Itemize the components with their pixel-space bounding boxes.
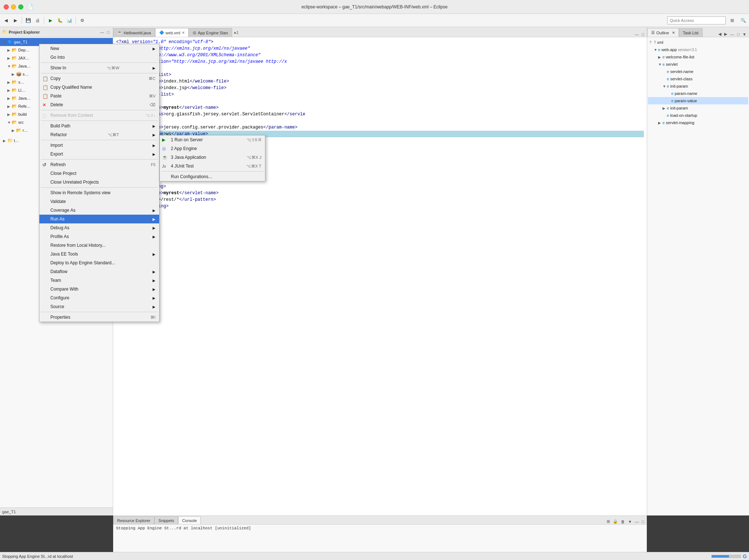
menu-item-restore-local[interactable]: Restore from Local History... <box>39 241 159 250</box>
outline-item-label: servlet-mapping <box>666 120 694 125</box>
tab-overflow[interactable]: ▸1 <box>232 28 241 37</box>
submenu-item-app-engine[interactable]: ◎ 2 App Engine <box>160 144 265 153</box>
save-button[interactable]: 💾 <box>24 16 32 25</box>
outline-menu-button[interactable]: ▼ <box>741 32 748 37</box>
scroll-lock-button[interactable]: 🔒 <box>612 519 619 524</box>
tab-webxml[interactable]: 🔷 web.xml ✕ <box>155 28 189 37</box>
menu-item-build-path[interactable]: Build Path ▶ <box>39 122 159 130</box>
outline-init-param2[interactable]: ▶ e init-param <box>648 104 748 112</box>
profile-button[interactable]: 📊 <box>65 16 74 25</box>
tab-outline[interactable]: ☰ Outline ✕ <box>647 28 679 37</box>
menu-item-dataflow[interactable]: Dataflow ▶ <box>39 267 159 276</box>
debug-button[interactable]: 🐛 <box>55 16 64 25</box>
menu-item-delete[interactable]: ✕ Delete ⌫ <box>39 100 159 109</box>
menu-item-refactor[interactable]: Refactor ⌥⌘T ▶ <box>39 130 159 139</box>
outline-param-name[interactable]: e param-name <box>648 90 748 97</box>
tree-item-label: s… <box>18 80 24 84</box>
menu-item-copy-qualified[interactable]: 📋 Copy Qualified Name <box>39 83 159 92</box>
print-button[interactable]: 🖨 <box>33 16 42 25</box>
menu-item-configure[interactable]: Configure ▶ <box>39 294 159 302</box>
tab-task-list[interactable]: Task List <box>679 28 703 37</box>
arrow-right-icon: ▶ <box>153 47 155 51</box>
menu-item-close-unrelated[interactable]: Close Unrelated Projects <box>39 178 159 187</box>
outline-item-label: init-param <box>670 84 688 88</box>
submenu-item-run-on-server[interactable]: ▶ 1 Run on Server ⌥⇧X R <box>160 135 265 144</box>
minimize-editor-button[interactable]: — <box>634 32 640 37</box>
maximize-panel-button[interactable]: □ <box>106 30 111 35</box>
xml-line: <init-param> <box>116 118 644 124</box>
forward-button[interactable]: ▶ <box>11 16 20 25</box>
console-menu-button[interactable]: ▼ <box>627 519 633 524</box>
menu-item-coverage-as[interactable]: Coverage As ▶ <box>39 206 159 215</box>
menu-item-deploy-appengine[interactable]: Deploy to App Engine Standard... <box>39 258 159 267</box>
folder-icon: 📂 <box>12 55 17 61</box>
tab-console[interactable]: Console <box>178 516 201 524</box>
outline-back-button[interactable]: ◀ <box>717 31 722 37</box>
maximize-button[interactable] <box>18 4 23 9</box>
maximize-editor-button[interactable]: □ <box>641 32 645 37</box>
appengine-icon: ◎ <box>193 30 196 35</box>
submenu-item-run-configs[interactable]: Run Configurations... <box>160 172 265 181</box>
menu-separator <box>41 312 158 312</box>
close-icon[interactable]: ✕ <box>182 31 185 35</box>
preferences-button[interactable]: ⚙ <box>78 16 87 25</box>
minimize-outline-button[interactable]: — <box>729 32 735 37</box>
close-button[interactable] <box>4 4 9 9</box>
outline-init-param1[interactable]: ▼ e init-param <box>648 83 748 90</box>
menu-item-new[interactable]: New ▶ <box>39 44 159 53</box>
perspectives-button[interactable]: ⊞ <box>728 16 737 25</box>
search-button[interactable]: 🔍 <box>739 16 748 25</box>
quick-access-input[interactable] <box>667 16 726 24</box>
outline-xml-root[interactable]: ? ? xml <box>648 39 748 46</box>
minimize-bottom-button[interactable]: — <box>634 519 640 524</box>
menu-item-go-into[interactable]: Go Into <box>39 53 159 62</box>
outline-web-app[interactable]: ▼ e web-app version=3.1 <box>648 46 748 53</box>
close-icon[interactable]: ✕ <box>672 31 675 35</box>
menu-item-run-as[interactable]: Run As ▶ <box>39 215 159 223</box>
menu-item-profile-as[interactable]: Profile As ▶ <box>39 232 159 241</box>
run-button[interactable]: ▶ <box>46 16 55 25</box>
minimize-panel-button[interactable]: — <box>99 30 105 35</box>
minimize-button[interactable] <box>11 4 16 9</box>
menu-item-debug-as[interactable]: Debug As ▶ <box>39 223 159 232</box>
menu-item-close-project[interactable]: Close Project <box>39 169 159 178</box>
back-button[interactable]: ◀ <box>1 16 10 25</box>
menu-item-validate[interactable]: Validate <box>39 197 159 206</box>
menu-item-export[interactable]: Export ▶ <box>39 150 159 158</box>
menu-item-source[interactable]: Source ▶ <box>39 302 159 311</box>
submenu-item-java-app[interactable]: ☕ 3 Java Application ⌥⌘X J <box>160 153 265 162</box>
outline-param-value[interactable]: e param-value <box>648 97 748 104</box>
menu-item-show-in[interactable]: Show In ⌥⌘W ▶ <box>39 64 159 72</box>
menu-item-java-ee-tools[interactable]: Java EE Tools ▶ <box>39 250 159 258</box>
clear-console-button[interactable]: 🗑 <box>620 519 626 524</box>
outline-servlet-class[interactable]: e servlet-class <box>648 75 748 83</box>
submenu-item-junit[interactable]: Ju 4 JUnit Test ⌥⌘X T <box>160 162 265 170</box>
copy-label: Copy <box>50 76 61 81</box>
run-as-label: Run As <box>50 216 65 222</box>
tab-helloworld[interactable]: ☕ Helloworld.java <box>113 28 155 37</box>
outline-servlet[interactable]: ▼ e servlet <box>648 61 748 68</box>
maximize-outline-button[interactable]: □ <box>736 32 741 37</box>
maximize-bottom-button[interactable]: □ <box>641 519 645 524</box>
menu-item-paste[interactable]: 📋 Paste ⌘V <box>39 92 159 100</box>
titlebar: 📄 eclipse-workspace – gae_T1/src/main/we… <box>0 0 749 14</box>
menu-item-properties[interactable]: Properties ⌘I <box>39 313 159 322</box>
menu-item-show-remote[interactable]: Show in Remote Systems view <box>39 188 159 197</box>
tab-snippets[interactable]: Snippets <box>154 516 178 524</box>
outline-servlet-mapping[interactable]: ▶ e servlet-mapping <box>648 119 748 126</box>
menu-item-copy[interactable]: 📋 Copy ⌘C <box>39 74 159 83</box>
xml-editor[interactable]: <?xml version="1.0" encoding="utf-8"> <w… <box>113 37 647 515</box>
menu-item-remove-context[interactable]: ◌ Remove from Context ⌥⇧↓ <box>39 111 159 120</box>
menu-item-compare-with[interactable]: Compare With ▶ <box>39 285 159 294</box>
deploy-appengine-label: Deploy to App Engine Standard... <box>50 260 115 265</box>
outline-forward-button[interactable]: ▶ <box>723 31 728 37</box>
menu-item-team[interactable]: Team ▶ <box>39 276 159 285</box>
outline-servlet-name[interactable]: e servlet-name <box>648 68 748 75</box>
menu-item-import[interactable]: Import ▶ <box>39 141 159 150</box>
outline-welcome-file-list[interactable]: ▶ e welcome-file-list <box>648 53 748 61</box>
expand-button[interactable]: ⊞ <box>606 519 611 524</box>
tab-appengine[interactable]: ◎ App Engine Stan <box>189 28 232 37</box>
menu-item-refresh[interactable]: ↺ Refresh F5 <box>39 160 159 169</box>
outline-load-on-startup[interactable]: e load-on-startup <box>648 112 748 119</box>
tab-resource-explorer[interactable]: Resource Explorer <box>113 516 154 524</box>
